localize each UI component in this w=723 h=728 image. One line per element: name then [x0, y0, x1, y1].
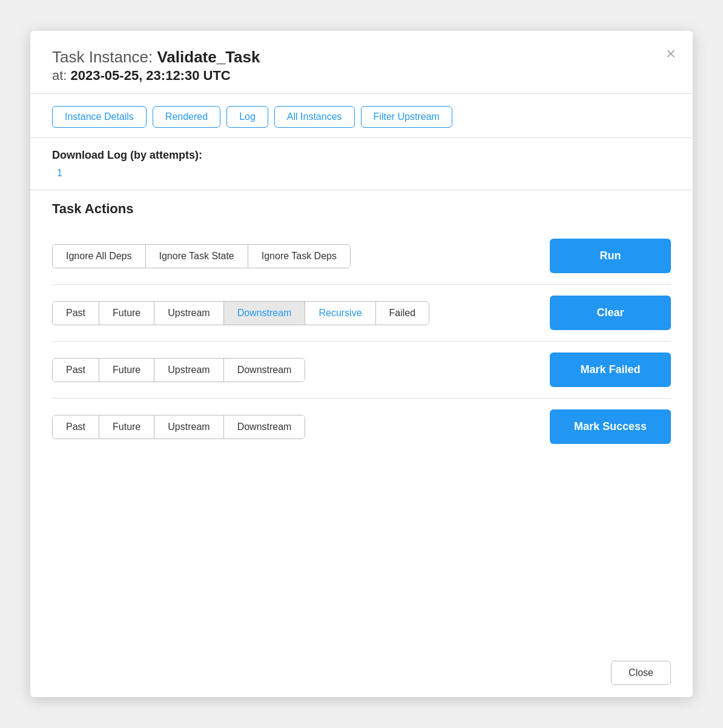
toggle-clear-past[interactable]: Past — [53, 302, 99, 325]
mark-success-toggle-group: Past Future Upstream Downstream — [52, 415, 305, 439]
toggle-clear-future[interactable]: Future — [99, 302, 154, 325]
close-icon[interactable]: × — [666, 45, 676, 62]
modal-title-line1: Task Instance: Validate_Task — [52, 48, 671, 67]
toggle-clear-downstream[interactable]: Downstream — [224, 302, 306, 325]
title-prefix: Task Instance: — [52, 48, 153, 66]
toggle-ignore-task-state[interactable]: Ignore Task State — [146, 245, 248, 268]
tab-rendered[interactable]: Rendered — [153, 106, 220, 128]
toggle-marksuccess-future[interactable]: Future — [99, 415, 154, 438]
run-toggle-group: Ignore All Deps Ignore Task State Ignore… — [52, 244, 351, 268]
close-footer-button[interactable]: Close — [611, 661, 671, 685]
clear-action-row: Past Future Upstream Downstream Recursiv… — [52, 285, 671, 341]
tab-log[interactable]: Log — [226, 106, 268, 128]
tab-all-instances[interactable]: All Instances — [274, 106, 355, 128]
toggle-markfailed-upstream[interactable]: Upstream — [154, 359, 223, 382]
modal-title-line2: at: 2023-05-25, 23:12:30 UTC — [52, 68, 671, 84]
attempt-link[interactable]: 1 — [57, 168, 62, 178]
toggle-clear-recursive[interactable]: Recursive — [305, 302, 375, 325]
mark-success-button[interactable]: Mark Success — [550, 409, 671, 444]
mark-success-action-row: Past Future Upstream Downstream Mark Suc… — [52, 399, 671, 455]
nav-tabs: Instance Details Rendered Log All Instan… — [52, 106, 671, 128]
mark-failed-toggle-group: Past Future Upstream Downstream — [52, 358, 305, 382]
run-button[interactable]: Run — [550, 239, 671, 273]
task-actions-section: Task Actions Ignore All Deps Ignore Task… — [30, 190, 693, 651]
mark-failed-button[interactable]: Mark Failed — [550, 352, 671, 387]
tab-instance-details[interactable]: Instance Details — [52, 106, 147, 128]
toggle-ignore-all-deps[interactable]: Ignore All Deps — [53, 245, 146, 268]
toggle-clear-failed[interactable]: Failed — [376, 302, 429, 325]
tab-filter-upstream[interactable]: Filter Upstream — [361, 106, 452, 128]
toggle-marksuccess-downstream[interactable]: Downstream — [224, 415, 305, 438]
modal-header: Task Instance: Validate_Task at: 2023-05… — [30, 31, 693, 93]
toggle-markfailed-future[interactable]: Future — [99, 359, 154, 382]
nav-tabs-section: Instance Details Rendered Log All Instan… — [30, 94, 693, 137]
download-log-section: Download Log (by attempts): 1 — [30, 138, 693, 190]
run-action-row: Ignore All Deps Ignore Task State Ignore… — [52, 228, 671, 284]
task-name: Validate_Task — [157, 48, 260, 66]
task-instance-modal: Task Instance: Validate_Task at: 2023-05… — [30, 31, 693, 697]
task-actions-title: Task Actions — [52, 201, 671, 217]
toggle-markfailed-past[interactable]: Past — [53, 359, 99, 382]
toggle-markfailed-downstream[interactable]: Downstream — [224, 359, 305, 382]
toggle-clear-upstream[interactable]: Upstream — [154, 302, 223, 325]
task-datetime: 2023-05-25, 23:12:30 UTC — [71, 68, 231, 83]
download-log-label: Download Log (by attempts): — [52, 149, 671, 162]
modal-footer: Close — [30, 651, 693, 697]
at-prefix: at: — [52, 68, 67, 83]
toggle-marksuccess-upstream[interactable]: Upstream — [154, 415, 223, 438]
clear-button[interactable]: Clear — [550, 296, 671, 330]
mark-failed-action-row: Past Future Upstream Downstream Mark Fai… — [52, 342, 671, 398]
toggle-ignore-task-deps[interactable]: Ignore Task Deps — [248, 245, 350, 268]
toggle-marksuccess-past[interactable]: Past — [53, 415, 99, 438]
clear-toggle-group: Past Future Upstream Downstream Recursiv… — [52, 301, 429, 325]
